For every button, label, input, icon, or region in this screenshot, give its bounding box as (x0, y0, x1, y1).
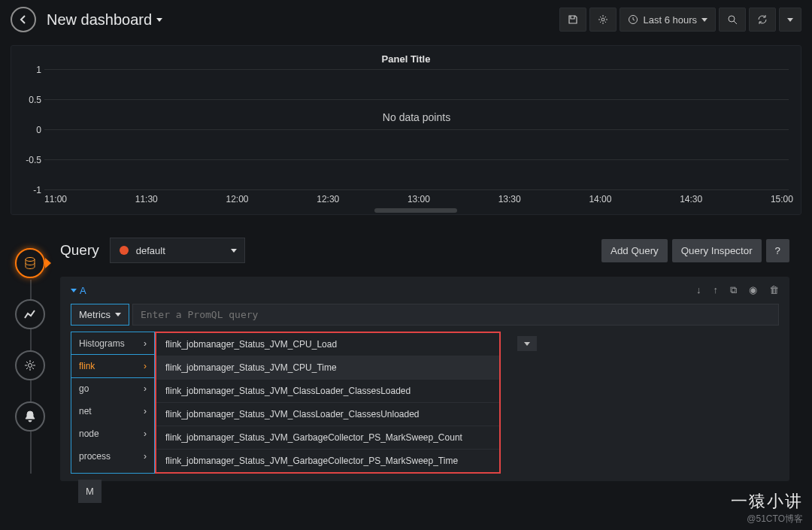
refresh-button[interactable] (749, 8, 776, 32)
chevron-right-icon: › (144, 406, 147, 416)
x-tick: 14:00 (589, 194, 611, 204)
query-section-label: Query (60, 242, 99, 259)
dashboard-title[interactable]: New dashboard (47, 11, 162, 29)
svg-point-5 (120, 246, 129, 255)
metric-item[interactable]: flink_jobmanager_Status_JVM_CPU_Load (156, 333, 499, 356)
settings-button[interactable] (589, 8, 617, 32)
caret-down-icon (524, 342, 530, 346)
metrics-browser: Histograms› flink› go› net› node› proces… (71, 332, 779, 474)
metric-item[interactable]: flink_jobmanager_Status_JVM_GarbageColle… (156, 450, 499, 472)
promql-input-row: Metrics (71, 304, 779, 326)
editor-side-nav (0, 238, 60, 481)
search-icon (727, 14, 738, 25)
category-item-flink[interactable]: flink› (71, 354, 155, 378)
category-item-node[interactable]: node› (71, 422, 154, 445)
clock-icon (628, 14, 638, 25)
category-item-net[interactable]: net› (71, 400, 154, 422)
add-query-button[interactable]: Add Query (601, 239, 668, 262)
zoom-out-button[interactable] (719, 8, 746, 32)
query-actions: Add Query Query Inspector ? (601, 239, 789, 262)
move-up-icon[interactable]: ↑ (714, 284, 719, 296)
x-tick: 12:30 (317, 194, 339, 204)
dashboard-title-text: New dashboard (47, 11, 152, 29)
watermark-sub: @51CTO博客 (731, 513, 803, 525)
svg-point-0 (601, 18, 604, 21)
move-down-icon[interactable]: ↓ (696, 284, 701, 296)
top-bar: New dashboard Last 6 hours (0, 0, 812, 39)
metric-item[interactable]: flink_jobmanager_Status_JVM_ClassLoader_… (156, 380, 499, 403)
side-node-alert[interactable] (15, 401, 45, 432)
caret-down-icon (156, 18, 162, 22)
y-tick: -0.5 (20, 155, 41, 165)
x-axis: 11:00 11:30 12:00 12:30 13:00 13:30 14:0… (44, 194, 793, 204)
duplicate-icon[interactable]: ⧉ (730, 284, 737, 296)
caret-down-icon (231, 249, 237, 253)
eye-icon[interactable]: ◉ (749, 284, 757, 296)
side-node-visualization[interactable] (15, 299, 45, 329)
main-editor: Query default Add Query Query Inspector … (60, 238, 812, 481)
x-tick: 13:30 (498, 194, 521, 204)
query-row: A ↓ ↑ ⧉ ◉ 🗑 Metrics Histo (60, 277, 789, 481)
chevron-right-icon: › (144, 451, 147, 462)
chart-panel: Panel Title 1 0.5 0 -0.5 -1 No data poin… (11, 45, 801, 215)
watermark: 一猿小讲 @51CTO博客 (731, 490, 803, 525)
chevron-right-icon: › (144, 429, 147, 439)
save-icon (568, 14, 578, 25)
chart-icon (23, 307, 37, 321)
x-tick: 14:30 (680, 194, 702, 204)
time-range-text: Last 6 hours (643, 14, 697, 26)
top-actions: Last 6 hours (559, 8, 801, 32)
caret-down-icon (787, 18, 793, 22)
query-row-tools: ↓ ↑ ⧉ ◉ 🗑 (696, 284, 779, 296)
x-tick: 11:00 (44, 194, 67, 204)
chevron-right-icon: › (144, 361, 147, 371)
save-button[interactable] (559, 8, 586, 32)
category-item-histograms[interactable]: Histograms› (71, 332, 154, 355)
min-step-label-partial[interactable]: M (78, 480, 102, 503)
metric-category-list: Histograms› flink› go› net› node› proces… (71, 332, 155, 474)
step-dropdown[interactable] (517, 336, 537, 351)
category-item-process[interactable]: process› (71, 445, 154, 468)
category-item-go[interactable]: go› (71, 377, 154, 400)
query-inspector-button[interactable]: Query Inspector (672, 239, 762, 262)
trash-icon[interactable]: 🗑 (769, 284, 779, 296)
refresh-icon (757, 14, 768, 25)
x-tick: 13:00 (408, 194, 430, 204)
x-tick: 15:00 (771, 194, 793, 204)
editor-area: Query default Add Query Query Inspector … (0, 238, 812, 481)
query-row-header: A ↓ ↑ ⧉ ◉ 🗑 (71, 284, 779, 296)
metric-item[interactable]: flink_jobmanager_Status_JVM_GarbageColle… (156, 426, 499, 450)
x-tick: 12:00 (226, 194, 248, 204)
query-toggle[interactable]: A (71, 285, 86, 296)
side-node-query[interactable] (15, 248, 45, 278)
svg-point-4 (29, 364, 32, 368)
metric-item[interactable]: flink_jobmanager_Status_JVM_CPU_Time (156, 356, 499, 380)
chevron-right-icon: › (144, 338, 147, 349)
metrics-btn-label: Metrics (79, 309, 111, 320)
query-ref-id: A (80, 285, 86, 296)
metrics-dropdown-button[interactable]: Metrics (71, 304, 129, 326)
prometheus-icon (118, 244, 130, 256)
caret-down-icon (71, 289, 77, 292)
svg-point-2 (729, 16, 735, 22)
datasource-select[interactable]: default (110, 238, 245, 263)
database-icon (23, 256, 38, 271)
metric-item[interactable]: flink_jobmanager_Status_JVM_ClassLoader_… (156, 403, 499, 426)
refresh-interval-button[interactable] (779, 8, 801, 32)
back-button[interactable] (11, 7, 36, 32)
caret-down-icon (701, 18, 707, 22)
y-tick: 0 (20, 125, 41, 135)
query-help-button[interactable]: ? (766, 239, 789, 262)
arrow-left-icon (17, 14, 29, 26)
side-node-general[interactable] (15, 350, 45, 380)
time-range-picker[interactable]: Last 6 hours (620, 8, 716, 32)
y-tick: -1 (20, 185, 41, 195)
scrollbar-thumb[interactable] (374, 208, 457, 213)
panel-title: Panel Title (19, 50, 793, 69)
gear-icon (598, 14, 608, 25)
caret-down-icon (115, 313, 121, 316)
datasource-name: default (136, 245, 165, 256)
metric-list: flink_jobmanager_Status_JVM_CPU_Load fli… (155, 332, 501, 474)
bell-icon (23, 410, 37, 423)
promql-input[interactable] (132, 304, 779, 326)
